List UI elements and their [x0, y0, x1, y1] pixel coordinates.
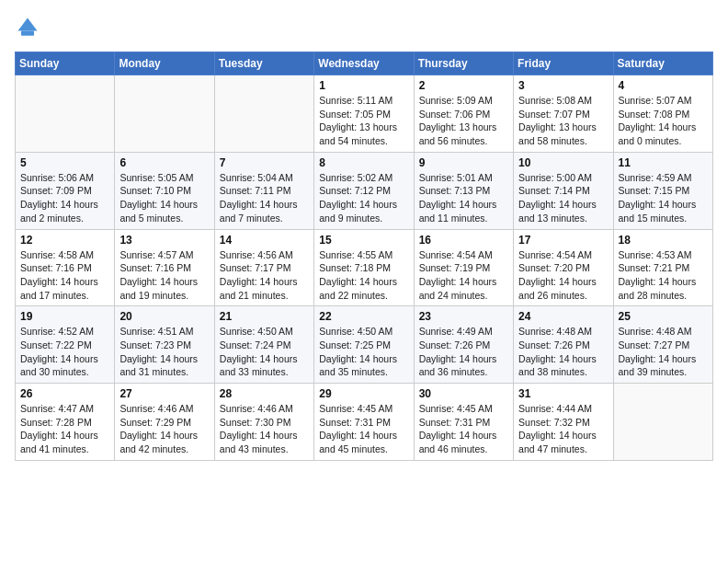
- calendar-header-row: SundayMondayTuesdayWednesdayThursdayFrid…: [16, 52, 713, 75]
- day-info: Sunrise: 4:56 AMSunset: 7:17 PMDaylight:…: [220, 248, 309, 303]
- day-number: 30: [419, 387, 508, 400]
- calendar-day-14: 14Sunrise: 4:56 AMSunset: 7:17 PMDayligh…: [214, 229, 313, 306]
- day-info: Sunrise: 4:52 AMSunset: 7:22 PMDaylight:…: [20, 325, 109, 379]
- day-number: 19: [20, 310, 109, 323]
- day-header-thursday: Thursday: [414, 52, 513, 75]
- day-number: 4: [619, 79, 708, 92]
- day-info: Sunrise: 5:02 AMSunset: 7:12 PMDaylight:…: [319, 171, 408, 225]
- calendar-table: SundayMondayTuesdayWednesdayThursdayFrid…: [15, 52, 713, 461]
- day-info: Sunrise: 4:44 AMSunset: 7:32 PMDaylight:…: [518, 402, 608, 456]
- day-number: 18: [619, 234, 708, 247]
- day-info: Sunrise: 4:50 AMSunset: 7:24 PMDaylight:…: [220, 325, 309, 379]
- day-header-saturday: Saturday: [613, 52, 712, 75]
- calendar-day-18: 18Sunrise: 4:53 AMSunset: 7:21 PMDayligh…: [613, 229, 712, 306]
- day-header-monday: Monday: [115, 52, 214, 75]
- day-number: 26: [20, 387, 109, 400]
- day-number: 24: [518, 310, 608, 323]
- day-number: 29: [319, 387, 408, 400]
- day-info: Sunrise: 5:07 AMSunset: 7:08 PMDaylight:…: [619, 94, 708, 148]
- day-info: Sunrise: 4:59 AMSunset: 7:15 PMDaylight:…: [619, 171, 708, 225]
- day-info: Sunrise: 4:47 AMSunset: 7:28 PMDaylight:…: [20, 402, 109, 456]
- calendar-day-28: 28Sunrise: 4:46 AMSunset: 7:30 PMDayligh…: [214, 384, 313, 461]
- calendar-day-24: 24Sunrise: 4:48 AMSunset: 7:26 PMDayligh…: [514, 306, 613, 384]
- calendar-day-11: 11Sunrise: 4:59 AMSunset: 7:15 PMDayligh…: [613, 152, 712, 229]
- calendar-day-7: 7Sunrise: 5:04 AMSunset: 7:11 PMDaylight…: [214, 152, 313, 229]
- page-header: [15, 15, 713, 40]
- calendar-day-10: 10Sunrise: 5:00 AMSunset: 7:14 PMDayligh…: [514, 152, 613, 229]
- day-number: 11: [619, 156, 708, 169]
- day-info: Sunrise: 5:06 AMSunset: 7:09 PMDaylight:…: [20, 171, 109, 225]
- day-info: Sunrise: 4:45 AMSunset: 7:31 PMDaylight:…: [319, 402, 408, 456]
- calendar-day-16: 16Sunrise: 4:54 AMSunset: 7:19 PMDayligh…: [414, 229, 513, 306]
- calendar-day-21: 21Sunrise: 4:50 AMSunset: 7:24 PMDayligh…: [214, 306, 313, 384]
- calendar-day-26: 26Sunrise: 4:47 AMSunset: 7:28 PMDayligh…: [16, 384, 115, 461]
- day-header-sunday: Sunday: [16, 52, 115, 75]
- day-number: 2: [419, 79, 508, 92]
- calendar-day-19: 19Sunrise: 4:52 AMSunset: 7:22 PMDayligh…: [16, 306, 115, 384]
- day-info: Sunrise: 4:58 AMSunset: 7:16 PMDaylight:…: [20, 248, 109, 303]
- day-number: 16: [419, 234, 508, 247]
- day-info: Sunrise: 4:54 AMSunset: 7:20 PMDaylight:…: [518, 248, 608, 303]
- calendar-day-1: 1Sunrise: 5:11 AMSunset: 7:05 PMDaylight…: [314, 75, 414, 153]
- day-number: 13: [119, 234, 209, 247]
- day-info: Sunrise: 4:46 AMSunset: 7:30 PMDaylight:…: [220, 402, 309, 456]
- calendar-day-22: 22Sunrise: 4:50 AMSunset: 7:25 PMDayligh…: [314, 306, 414, 384]
- day-number: 8: [319, 156, 408, 169]
- day-number: 5: [20, 156, 109, 169]
- day-info: Sunrise: 4:50 AMSunset: 7:25 PMDaylight:…: [319, 325, 408, 379]
- day-number: 20: [119, 310, 209, 323]
- calendar-day-27: 27Sunrise: 4:46 AMSunset: 7:29 PMDayligh…: [115, 384, 214, 461]
- calendar-day-15: 15Sunrise: 4:55 AMSunset: 7:18 PMDayligh…: [314, 229, 414, 306]
- day-info: Sunrise: 5:11 AMSunset: 7:05 PMDaylight:…: [319, 94, 408, 148]
- calendar-day-17: 17Sunrise: 4:54 AMSunset: 7:20 PMDayligh…: [514, 229, 613, 306]
- day-number: 6: [119, 156, 209, 169]
- day-number: 7: [220, 156, 309, 169]
- calendar-day-4: 4Sunrise: 5:07 AMSunset: 7:08 PMDaylight…: [613, 75, 712, 153]
- empty-cell: [115, 75, 214, 153]
- day-number: 27: [119, 387, 209, 400]
- day-number: 22: [319, 310, 408, 323]
- day-info: Sunrise: 4:51 AMSunset: 7:23 PMDaylight:…: [119, 325, 209, 379]
- day-number: 17: [518, 234, 608, 247]
- day-info: Sunrise: 5:04 AMSunset: 7:11 PMDaylight:…: [220, 171, 309, 225]
- calendar-week-row: 1Sunrise: 5:11 AMSunset: 7:05 PMDaylight…: [16, 75, 713, 153]
- calendar-day-30: 30Sunrise: 4:45 AMSunset: 7:31 PMDayligh…: [414, 384, 513, 461]
- calendar-day-20: 20Sunrise: 4:51 AMSunset: 7:23 PMDayligh…: [115, 306, 214, 384]
- day-info: Sunrise: 4:55 AMSunset: 7:18 PMDaylight:…: [319, 248, 408, 303]
- day-info: Sunrise: 4:57 AMSunset: 7:16 PMDaylight:…: [119, 248, 209, 303]
- calendar-day-6: 6Sunrise: 5:05 AMSunset: 7:10 PMDaylight…: [115, 152, 214, 229]
- empty-cell: [214, 75, 313, 153]
- calendar-day-12: 12Sunrise: 4:58 AMSunset: 7:16 PMDayligh…: [16, 229, 115, 306]
- calendar-day-25: 25Sunrise: 4:48 AMSunset: 7:27 PMDayligh…: [613, 306, 712, 384]
- day-number: 10: [518, 156, 608, 169]
- day-number: 21: [220, 310, 309, 323]
- day-number: 31: [518, 387, 608, 400]
- day-header-friday: Friday: [514, 52, 613, 75]
- day-info: Sunrise: 5:09 AMSunset: 7:06 PMDaylight:…: [419, 94, 508, 148]
- day-info: Sunrise: 4:49 AMSunset: 7:26 PMDaylight:…: [419, 325, 508, 379]
- calendar-day-23: 23Sunrise: 4:49 AMSunset: 7:26 PMDayligh…: [414, 306, 513, 384]
- day-info: Sunrise: 4:45 AMSunset: 7:31 PMDaylight:…: [419, 402, 508, 456]
- day-info: Sunrise: 4:46 AMSunset: 7:29 PMDaylight:…: [119, 402, 209, 456]
- logo: [15, 15, 44, 40]
- day-number: 14: [220, 234, 309, 247]
- day-number: 9: [419, 156, 508, 169]
- calendar-week-row: 26Sunrise: 4:47 AMSunset: 7:28 PMDayligh…: [16, 384, 713, 461]
- calendar-day-31: 31Sunrise: 4:44 AMSunset: 7:32 PMDayligh…: [514, 384, 613, 461]
- empty-cell: [613, 384, 712, 461]
- calendar-day-2: 2Sunrise: 5:09 AMSunset: 7:06 PMDaylight…: [414, 75, 513, 153]
- svg-rect-1: [21, 31, 34, 36]
- calendar-day-29: 29Sunrise: 4:45 AMSunset: 7:31 PMDayligh…: [314, 384, 414, 461]
- calendar-day-5: 5Sunrise: 5:06 AMSunset: 7:09 PMDaylight…: [16, 152, 115, 229]
- calendar-day-9: 9Sunrise: 5:01 AMSunset: 7:13 PMDaylight…: [414, 152, 513, 229]
- day-info: Sunrise: 5:01 AMSunset: 7:13 PMDaylight:…: [419, 171, 508, 225]
- calendar-day-3: 3Sunrise: 5:08 AMSunset: 7:07 PMDaylight…: [514, 75, 613, 153]
- calendar-day-8: 8Sunrise: 5:02 AMSunset: 7:12 PMDaylight…: [314, 152, 414, 229]
- calendar-day-13: 13Sunrise: 4:57 AMSunset: 7:16 PMDayligh…: [115, 229, 214, 306]
- day-number: 3: [518, 79, 608, 92]
- calendar-week-row: 19Sunrise: 4:52 AMSunset: 7:22 PMDayligh…: [16, 306, 713, 384]
- day-info: Sunrise: 5:00 AMSunset: 7:14 PMDaylight:…: [518, 171, 608, 225]
- day-header-tuesday: Tuesday: [214, 52, 313, 75]
- day-number: 12: [20, 234, 109, 247]
- calendar-week-row: 5Sunrise: 5:06 AMSunset: 7:09 PMDaylight…: [16, 152, 713, 229]
